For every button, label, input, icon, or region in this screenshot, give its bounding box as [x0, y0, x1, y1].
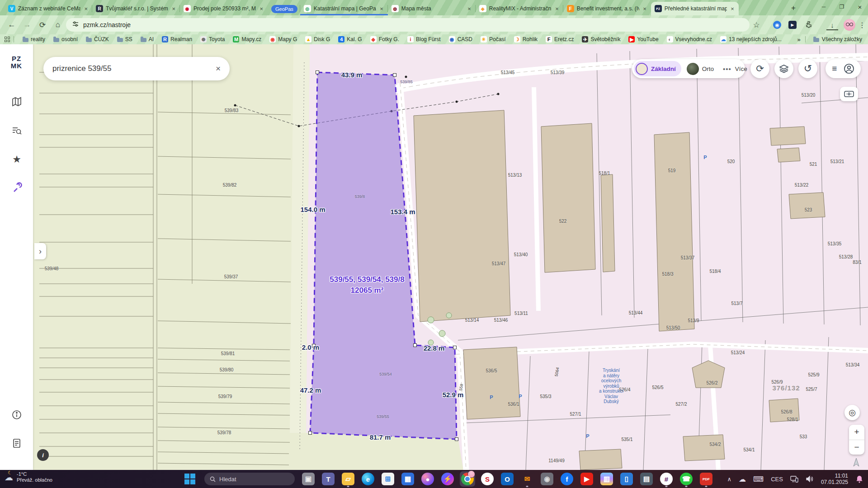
- browser-tab[interactable]: PZPřehledné katastrální mapy×: [651, 2, 739, 15]
- home-button[interactable]: ⌂: [52, 19, 64, 31]
- clear-search-icon[interactable]: ×: [216, 64, 221, 74]
- maximize-button[interactable]: ❐: [833, 0, 851, 14]
- rotate-3d-button[interactable]: ⟳: [750, 59, 769, 78]
- bookmark-item[interactable]: ČÚZK: [83, 35, 112, 44]
- taskbar-icon-messenger[interactable]: ⚡: [440, 471, 455, 487]
- tray-expand-icon[interactable]: ∧: [727, 476, 732, 483]
- download-icon[interactable]: ↓: [826, 20, 838, 30]
- tab-close-icon[interactable]: ×: [171, 5, 176, 12]
- taskbar-icon-youtube[interactable]: ▶: [579, 471, 594, 487]
- bookmark-item[interactable]: ☽Rohlik: [511, 35, 541, 44]
- taskbar-icon-facebook[interactable]: f: [559, 471, 575, 487]
- taskbar-weather[interactable]: ☁☾ -1°C Převáž. oblačno: [5, 471, 52, 483]
- zoom-in-button[interactable]: +: [849, 425, 864, 440]
- new-tab-button[interactable]: +: [788, 2, 799, 14]
- back-button[interactable]: ←: [5, 19, 18, 31]
- search-input[interactable]: prizrenice 539/55: [52, 64, 216, 73]
- bookmark-item[interactable]: 4Kal. G: [335, 35, 365, 44]
- bookmarks-overflow-chevron[interactable]: »: [797, 36, 800, 43]
- bookmark-item[interactable]: SS: [114, 35, 136, 44]
- bookmark-item[interactable]: ▶YouTube: [625, 35, 661, 44]
- browser-tab[interactable]: VZáznam z webináře CeMap×: [5, 2, 92, 15]
- tab-close-icon[interactable]: ×: [467, 5, 472, 12]
- locate-button[interactable]: ◎: [844, 405, 860, 420]
- bookmark-item[interactable]: ☀Počasí: [477, 35, 509, 44]
- taskbar-icon-seznam[interactable]: S: [480, 471, 495, 487]
- map-search-box[interactable]: prizrenice 539/55 ×: [43, 57, 230, 80]
- map-canvas[interactable]: [33, 44, 868, 470]
- apps-grid-icon[interactable]: [5, 37, 10, 42]
- taskbar-icon-calendar[interactable]: ▦: [400, 471, 415, 487]
- taskbar-icon-file-explorer[interactable]: ▱: [340, 471, 356, 487]
- bookmark-item[interactable]: ◐Vsevyhodne.cz: [664, 35, 715, 44]
- bookmark-item[interactable]: osobní: [50, 35, 81, 44]
- volume-icon[interactable]: [806, 475, 814, 483]
- all-bookmarks-button[interactable]: Všechny záložky: [810, 35, 865, 44]
- menu-account-pill[interactable]: ≡: [826, 59, 861, 78]
- taskbar-icon-pdf-editor[interactable]: PDF: [698, 471, 714, 487]
- taskbar-icon-mail-orange[interactable]: ✉: [519, 471, 535, 487]
- layers-button[interactable]: [774, 59, 793, 78]
- tab-close-icon[interactable]: ×: [730, 5, 735, 12]
- profile-avatar[interactable]: [844, 19, 855, 31]
- bookmark-item[interactable]: MMapy.cz: [230, 35, 264, 44]
- browser-tab[interactable]: RTvůjmakléř s.r.o. | Systém Re×: [92, 2, 180, 15]
- browser-tab[interactable]: FBenefit investment, a.s. (Iva×: [563, 2, 651, 15]
- language-indicator[interactable]: CES: [771, 476, 783, 483]
- bookmark-item[interactable]: ◉CASD: [446, 35, 476, 44]
- extensions-puzzle-icon[interactable]: [803, 19, 815, 31]
- taskbar-icon-chrome[interactable]: [460, 471, 475, 487]
- search-list-icon[interactable]: [9, 123, 24, 138]
- taskbar-clock[interactable]: 11:01 07.01.2025: [821, 473, 848, 485]
- bookmark-item[interactable]: ▲Disk G: [302, 35, 333, 44]
- taskbar-icon-phone-link[interactable]: ▯: [619, 471, 634, 487]
- info-icon[interactable]: [9, 407, 24, 422]
- bookmark-item[interactable]: ◈Fotky G.: [367, 35, 402, 44]
- extension-video-icon[interactable]: ▶: [787, 19, 798, 31]
- bookmark-item[interactable]: FEretz.cz: [542, 35, 577, 44]
- tab-group-label[interactable]: GeoPas: [271, 5, 297, 13]
- onedrive-cloud-icon[interactable]: ☁: [739, 475, 746, 483]
- taskbar-icon-calculator[interactable]: ▤: [639, 471, 654, 487]
- taskbar-icon-paint[interactable]: ●: [420, 471, 435, 487]
- extension-mapy-icon[interactable]: ◉: [771, 19, 783, 31]
- taskbar-search[interactable]: Hledat: [204, 473, 295, 485]
- document-icon[interactable]: [9, 436, 24, 451]
- basemap-basic-chip[interactable]: Základní: [634, 61, 681, 76]
- map-icon[interactable]: [9, 94, 24, 109]
- reload-button[interactable]: ⟳: [36, 19, 49, 31]
- browser-tab[interactable]: ◆RealityMIX - Administrační×: [476, 2, 563, 15]
- taskbar-icon-camera[interactable]: ◉: [539, 471, 555, 487]
- tools-wrench-icon[interactable]: [9, 180, 24, 195]
- browser-menu-icon[interactable]: ⋮: [856, 19, 868, 31]
- map-info-button[interactable]: i: [37, 449, 49, 461]
- taskbar-icon-slack[interactable]: #: [659, 471, 674, 487]
- taskbar-icon-outlook[interactable]: O: [500, 471, 515, 487]
- tab-close-icon[interactable]: ×: [259, 5, 264, 12]
- screenshot-button[interactable]: [840, 87, 858, 101]
- taskbar-icon-teams[interactable]: T: [321, 471, 336, 487]
- panel-expand-button[interactable]: ›: [34, 243, 46, 259]
- browser-tab[interactable]: ◍Mapa města×: [388, 2, 476, 15]
- tab-close-icon[interactable]: ×: [379, 5, 384, 12]
- compass-button[interactable]: [852, 457, 861, 470]
- browser-tab[interactable]: ◉Prodej pole 250933 m², Mě×: [180, 2, 268, 15]
- network-icon[interactable]: [790, 475, 798, 483]
- history-button[interactable]: ↺: [798, 59, 817, 78]
- bookmark-item[interactable]: ☁13 nejlepších zdrojů...: [717, 35, 785, 44]
- browser-tab[interactable]: ◎Katastrální mapa | GeoPas.c×: [300, 2, 388, 15]
- bookmark-item[interactable]: AI: [137, 35, 157, 44]
- bookmark-item[interactable]: reality: [19, 35, 48, 44]
- basemap-ortho-chip[interactable]: Orto: [685, 61, 719, 76]
- taskbar-icon-whatsapp[interactable]: ☎: [679, 471, 694, 487]
- close-button[interactable]: ×: [851, 0, 868, 14]
- tab-close-icon[interactable]: ×: [642, 5, 647, 12]
- bookmark-item[interactable]: ◉Mapy G: [266, 35, 300, 44]
- taskbar-icon-wallet-cards[interactable]: ▥: [599, 471, 614, 487]
- bookmark-item[interactable]: ✈Světoběžník: [579, 35, 623, 44]
- taskbar-icon-task-view[interactable]: ▣: [301, 471, 316, 487]
- start-button[interactable]: [184, 474, 195, 484]
- tab-close-icon[interactable]: ×: [554, 5, 560, 12]
- touch-keyboard-icon[interactable]: ⌨: [753, 475, 764, 483]
- more-label[interactable]: Více: [735, 66, 747, 72]
